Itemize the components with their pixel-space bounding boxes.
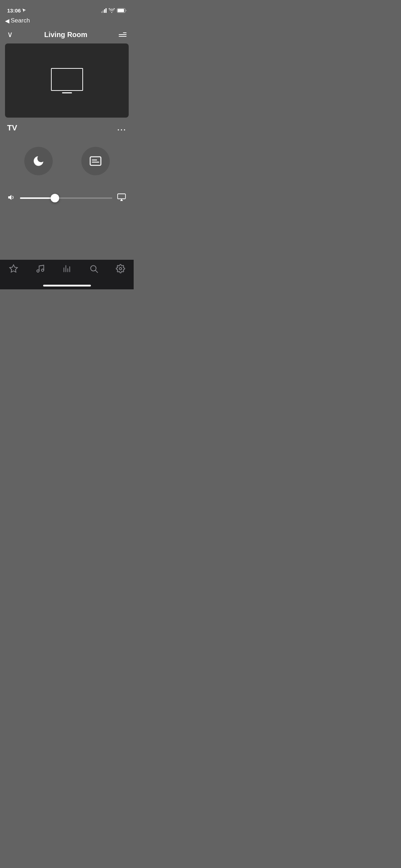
tv-stand-shape: [62, 92, 72, 93]
tv-label: TV: [7, 123, 17, 133]
status-time: 13:06: [7, 7, 26, 14]
signal-bars-icon: [101, 8, 107, 13]
sleep-button[interactable]: [24, 147, 53, 175]
search-icon: [89, 264, 98, 273]
svg-rect-2: [90, 157, 101, 165]
tab-settings[interactable]: [110, 264, 131, 273]
svg-line-15: [95, 270, 97, 273]
chevron-down-button[interactable]: ∨: [7, 30, 13, 39]
svg-rect-6: [118, 194, 125, 199]
tab-favorites[interactable]: [3, 264, 24, 273]
moon-icon: [32, 155, 45, 167]
volume-slider-thumb[interactable]: [51, 194, 59, 202]
gear-icon: [116, 264, 125, 273]
menu-icon-line-short: [123, 32, 127, 33]
svg-marker-5: [8, 195, 11, 200]
more-options-button[interactable]: ...: [117, 124, 127, 132]
airplay-icon[interactable]: [117, 193, 127, 203]
back-label: Search: [11, 17, 30, 24]
tv-label-row: TV ...: [0, 118, 134, 133]
volume-row: [0, 193, 134, 203]
svg-point-9: [41, 269, 44, 272]
tv-screen-shape: [51, 68, 83, 91]
svg-marker-7: [10, 265, 17, 272]
page-title: Living Room: [44, 31, 87, 39]
captions-icon: [89, 155, 102, 167]
tab-search[interactable]: [83, 264, 104, 273]
back-navigation[interactable]: ◀ Search: [0, 16, 134, 27]
status-icons: [101, 8, 127, 13]
volume-slider-fill: [20, 197, 55, 199]
location-arrow-icon: [22, 8, 26, 12]
controls-area: [0, 147, 134, 175]
chevron-left-icon: ◀: [5, 17, 9, 24]
tab-stats[interactable]: [56, 264, 78, 273]
menu-icon-line-long: [119, 34, 127, 35]
header: ∨ Living Room: [0, 27, 134, 43]
star-icon: [9, 264, 18, 273]
menu-icon-line-long2: [119, 36, 127, 37]
time-label: 13:06: [7, 7, 21, 14]
svg-point-16: [119, 268, 122, 270]
svg-point-8: [37, 270, 39, 272]
battery-icon: [117, 8, 127, 13]
menu-button[interactable]: [119, 32, 127, 37]
wifi-icon: [109, 8, 115, 13]
volume-slider[interactable]: [20, 197, 112, 199]
tv-icon: [51, 68, 83, 93]
status-bar: 13:06: [0, 0, 134, 16]
captions-button[interactable]: [81, 147, 110, 175]
tab-music[interactable]: [30, 264, 51, 273]
volume-low-icon: [7, 193, 16, 203]
svg-rect-1: [118, 9, 124, 12]
chevron-down-icon: ∨: [7, 30, 13, 39]
chart-icon: [62, 264, 72, 273]
music-icon: [36, 264, 45, 273]
home-indicator: [43, 285, 91, 286]
tv-preview-area: [5, 43, 129, 118]
